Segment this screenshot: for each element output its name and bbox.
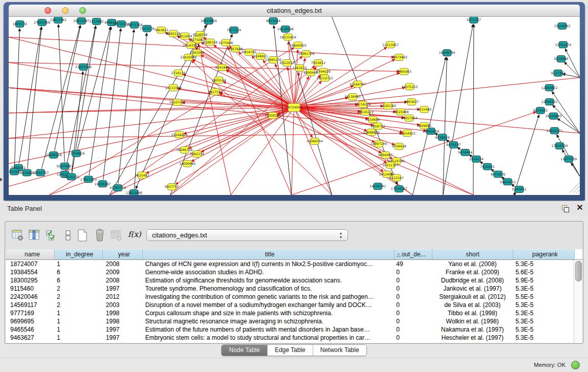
graph-node-selected[interactable]: 7625402 xyxy=(135,172,149,179)
graph-node-selected[interactable]: 16640910 xyxy=(290,42,306,49)
table-row[interactable]: 1456911722003Disruption of a novel membe… xyxy=(6,301,574,309)
graph-node-selected[interactable]: 13216226 xyxy=(355,101,371,108)
graph-node[interactable]: 15751074 xyxy=(555,41,571,48)
show-columns-icon[interactable] xyxy=(28,229,41,242)
splitter-collapse-icon[interactable] xyxy=(0,178,3,182)
memory-status-icon[interactable] xyxy=(571,361,580,369)
new-table-icon[interactable] xyxy=(76,229,89,242)
edge-selected[interactable] xyxy=(296,111,332,195)
edge[interactable] xyxy=(170,34,232,195)
graph-node[interactable]: 11075339 xyxy=(560,156,577,162)
edge[interactable] xyxy=(443,57,447,195)
network-canvas[interactable]: 1405574276914061991734210653287152760284… xyxy=(9,17,580,195)
vertical-scrollbar[interactable] xyxy=(574,260,582,343)
edge-selected[interactable] xyxy=(288,68,293,103)
column-header-out_de[interactable]: △out_de... xyxy=(395,249,432,259)
table-settings-icon[interactable] xyxy=(11,229,25,242)
tab-network-table[interactable]: Network Table xyxy=(313,345,366,356)
column-header-year[interactable]: year xyxy=(103,249,143,259)
graph-node-selected[interactable]: 18136441 xyxy=(344,94,361,100)
graph-node[interactable]: 16033809 xyxy=(201,17,217,24)
table-row[interactable]: 946554611997Estimation of the future num… xyxy=(6,325,574,334)
graph-node[interactable]: 17359924 xyxy=(68,150,84,157)
column-header-pagerank[interactable]: pagerank xyxy=(513,249,575,259)
graph-node[interactable]: 7632621 xyxy=(480,163,494,170)
graph-node[interactable]: 10653287 xyxy=(73,17,90,24)
graph-node[interactable]: 12093872 xyxy=(541,84,558,91)
graph-node[interactable]: 9474444 xyxy=(458,149,472,156)
graph-node-selected[interactable]: 9275466 xyxy=(219,39,233,46)
edge[interactable] xyxy=(557,135,580,176)
edge-selected[interactable] xyxy=(292,112,294,195)
column-header-name[interactable]: name xyxy=(6,249,55,259)
graph-node-selected[interactable]: 2718126 xyxy=(171,70,185,76)
graph-node-selected[interactable]: 8322037 xyxy=(280,60,294,67)
graph-node[interactable]: 7515526 xyxy=(140,25,154,32)
graph-node-selected[interactable]: 2367608 xyxy=(228,46,243,52)
graph-node[interactable]: 12444151 xyxy=(541,99,558,105)
edge-selected[interactable] xyxy=(9,87,405,118)
float-panel-icon[interactable] xyxy=(562,205,570,212)
select-all-icon[interactable] xyxy=(45,229,58,242)
graph-node-selected[interactable]: 9482234 xyxy=(190,150,204,157)
graph-node-selected[interactable]: 16961758 xyxy=(298,51,314,57)
graph-node-selected[interactable]: 15885209 xyxy=(265,57,281,63)
edge[interactable] xyxy=(564,62,580,77)
graph-node[interactable]: 9245652 xyxy=(512,186,527,193)
graph-node-selected[interactable]: 10973493 xyxy=(391,54,407,61)
delete-columns-icon[interactable] xyxy=(93,229,106,242)
graph-node[interactable]: 19218596 xyxy=(277,26,294,32)
graph-node[interactable]: 7857224 xyxy=(227,27,241,33)
edge-selected[interactable] xyxy=(176,110,291,184)
graph-node[interactable]: 10654112 xyxy=(499,179,516,185)
graph-node[interactable]: 9372257 xyxy=(467,17,481,23)
table-row[interactable]: 1938455462009Genome-wide association stu… xyxy=(6,268,574,276)
table-source-select[interactable]: citations_edges.txt ▲▼ xyxy=(146,229,348,241)
scrollbar-thumb[interactable] xyxy=(575,261,582,281)
graph-node-selected[interactable]: 6794028 xyxy=(316,68,331,75)
graph-node-selected[interactable]: 18724007 xyxy=(286,103,302,112)
edge[interactable] xyxy=(89,27,111,176)
graph-node-selected[interactable]: 16151327 xyxy=(382,162,399,168)
edge[interactable] xyxy=(565,49,580,77)
table-row[interactable]: 946362711997Embryonic stem cells: a mode… xyxy=(6,334,574,342)
graph-node-selected[interactable]: 12213957 xyxy=(382,41,399,48)
graph-node[interactable]: 15154082 xyxy=(554,23,570,29)
graph-node[interactable]: 8938924 xyxy=(435,134,450,141)
graph-node-selected[interactable]: 9154690 xyxy=(365,116,380,123)
graph-node-selected[interactable]: 8956752 xyxy=(371,123,385,129)
edge-selected[interactable] xyxy=(298,59,395,106)
column-header-title[interactable]: title xyxy=(143,249,395,259)
graph-node[interactable]: 12823448 xyxy=(126,190,142,195)
graph-node-selected[interactable]: 9463627 xyxy=(404,99,419,105)
graph-node[interactable]: 14136141 xyxy=(369,183,386,190)
edge[interactable] xyxy=(473,25,474,195)
edge[interactable] xyxy=(514,115,539,195)
graph-node-selected[interactable]: 7955812 xyxy=(311,60,325,67)
graph-node-selected[interactable]: 84957854 xyxy=(401,115,417,121)
column-header-in_degree[interactable]: in_degree xyxy=(55,249,103,259)
graph-node[interactable]: 8471676 xyxy=(491,171,505,178)
graph-node[interactable]: 1527602 xyxy=(90,18,104,25)
edge[interactable] xyxy=(19,27,41,164)
graph-node[interactable]: 1405574 xyxy=(13,20,27,27)
graph-node[interactable]: 8215955 xyxy=(533,107,548,114)
graph-node[interactable]: 27691406 xyxy=(34,19,50,26)
edge-selected[interactable] xyxy=(297,110,413,195)
graph-node[interactable]: 10958187 xyxy=(94,181,111,187)
resize-grip-icon[interactable] xyxy=(569,182,580,193)
graph-node[interactable]: 16548784 xyxy=(439,50,455,56)
table-row[interactable]: 2242004622012Investigating the contribut… xyxy=(6,293,574,301)
graph-node[interactable]: 9227343 xyxy=(551,70,565,76)
graph-node[interactable]: 9329966 xyxy=(554,56,568,62)
edge[interactable] xyxy=(72,72,83,173)
edge-selected[interactable] xyxy=(146,109,291,173)
tab-node-table[interactable]: Node Table xyxy=(222,345,268,356)
edge-selected[interactable] xyxy=(288,41,293,103)
edge[interactable] xyxy=(77,27,111,149)
graph-node-selected[interactable]: 8186328 xyxy=(203,39,217,46)
edge-selected[interactable] xyxy=(183,74,290,106)
network-window-titlebar[interactable]: citations_edges.txt xyxy=(9,5,580,17)
graph-node[interactable]: 16210643 xyxy=(546,113,562,119)
graph-node[interactable]: 17016504 xyxy=(551,143,568,149)
